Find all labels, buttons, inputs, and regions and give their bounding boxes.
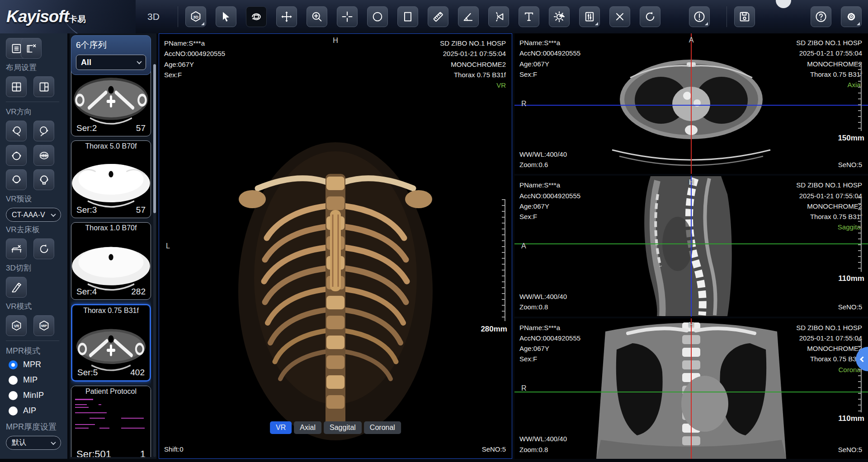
crosshair-coronal-line[interactable] — [514, 105, 868, 106]
vr-head-back-button[interactable] — [6, 169, 27, 190]
svg-text:3D: 3D — [193, 15, 198, 19]
patient-sex: Sex:F — [519, 354, 580, 364]
vr-mode-mip-button[interactable]: MIP — [33, 315, 54, 336]
logo-text: Kayisoft — [6, 7, 69, 26]
axial-viewport[interactable]: PName:S***a AccNO:0004920555 Age:067Y Se… — [514, 33, 868, 174]
avatar[interactable] — [776, 0, 791, 8]
window-info: WW/WL:400/40 Zoom:0.6 — [519, 149, 567, 170]
view-plane-label: Axial — [796, 79, 862, 90]
layout-split-button[interactable] — [33, 76, 54, 97]
vr-preset-select[interactable]: CT-AAA-V — [6, 208, 61, 222]
tool-window-level-button[interactable] — [579, 6, 600, 27]
hospital-name: SD ZIBO NO.1 HOSP — [440, 38, 506, 48]
crosshair-sagittal-line[interactable] — [691, 318, 692, 459]
study-info-overlay: SD ZIBO NO.1 HOSP 2025-01-21 07:55:04 MO… — [796, 37, 862, 90]
series-filter-select[interactable]: All — [76, 55, 146, 70]
tool-delete-button[interactable] — [609, 6, 630, 27]
tool-cobb-angle-button[interactable] — [488, 6, 509, 27]
tool-save-button[interactable] — [734, 6, 755, 27]
study-datetime: 2025-01-21 07:55:04 — [796, 191, 862, 201]
patient-accno: AccNO:0004920555 — [519, 191, 580, 201]
vr-viewport[interactable]: PName:S***a AccNO:0004920555 Age:067Y Se… — [159, 33, 512, 459]
crosshair-axial-line[interactable] — [514, 243, 868, 244]
orientation-top-label: H — [689, 321, 694, 329]
tool-angle-button[interactable] — [458, 6, 479, 27]
window-info: WW/WL:400/40 Zoom:0.8 — [519, 291, 567, 313]
bed-reset-button[interactable] — [33, 238, 54, 259]
tool-info-button[interactable] — [689, 6, 710, 27]
series-thumbnail[interactable]: Ser:2 57 — [71, 64, 151, 136]
gear-icon — [845, 10, 858, 23]
vr-head-right-button[interactable] — [33, 121, 54, 141]
radio-minip[interactable]: MinIP — [9, 391, 67, 400]
radio-mip[interactable]: MIP — [9, 375, 67, 385]
series-scrollbar-track[interactable] — [153, 64, 156, 457]
view-button-coronal[interactable]: Coronal — [364, 421, 401, 434]
tool-brightness-button[interactable] — [549, 6, 570, 27]
tool-help-button[interactable] — [811, 6, 831, 27]
layout-delete-button[interactable] — [21, 38, 42, 59]
zoom-label: Zoom:0.8 — [519, 444, 567, 455]
view-mode-buttons: VR Axial Saggital Coronal — [270, 421, 401, 434]
crosshair-axial-line[interactable] — [514, 392, 868, 392]
vr-mode-vr-button[interactable]: VR — [6, 315, 27, 336]
sidebar-divider — [6, 341, 59, 341]
rotate-3d-icon — [250, 10, 263, 23]
view-button-vr[interactable]: VR — [270, 421, 292, 434]
radio-mpr[interactable]: MPR — [9, 360, 67, 369]
remove-bed-button[interactable] — [6, 238, 27, 259]
series-thumbnail-selected[interactable]: Thorax 0.75 B31f Ser:5 402 — [71, 304, 151, 382]
tool-crosshair-button[interactable] — [337, 6, 358, 27]
crosshair-sagittal-line[interactable] — [691, 176, 692, 316]
grid-2x2-icon — [10, 81, 23, 93]
scalpel-button[interactable] — [6, 277, 27, 298]
tool-cursor-button[interactable] — [216, 6, 236, 27]
vr-head-left-button[interactable] — [6, 121, 27, 141]
view-button-saggital[interactable]: Saggital — [324, 421, 362, 434]
series-thumbnail[interactable]: Patient Protocol Ser:501 1 — [71, 386, 151, 457]
vr-head-front-button[interactable] — [33, 169, 54, 190]
tool-ellipse-button[interactable] — [367, 6, 388, 27]
series-scrollbar-thumb[interactable] — [153, 64, 156, 213]
tool-reset-button[interactable] — [640, 6, 660, 27]
patient-info-overlay: PName:S***a AccNO:0004920555 Age:067Y Se… — [519, 180, 580, 222]
tool-magnify-button[interactable] — [307, 6, 327, 27]
vr-direction-label: VR方向 — [6, 107, 67, 117]
series-number: Ser:3 — [76, 205, 97, 215]
tool-text-button[interactable] — [519, 6, 539, 27]
view-button-axial[interactable]: Axial — [294, 421, 321, 434]
tool-rotate-3d-button[interactable] — [246, 6, 267, 27]
head-left-icon — [10, 125, 23, 137]
vr-head-front-teeth-button[interactable] — [33, 145, 54, 166]
chevron-left-icon — [860, 356, 866, 362]
coronal-viewport[interactable]: PName:S***a AccNO:0004920555 Age:067Y Se… — [514, 318, 868, 459]
layout-grid-button[interactable] — [6, 76, 27, 97]
ruler-length-label: 110mm — [838, 274, 864, 283]
series-desc: Thorax 0.75 B31f — [440, 70, 506, 80]
series-number: Ser:501 — [76, 448, 111, 457]
study-info-overlay: SD ZIBO NO.1 HOSP 2025-01-21 07:55:04 MO… — [796, 180, 862, 232]
crosshair-sagittal-line[interactable] — [691, 33, 692, 174]
tool-ruler-button[interactable] — [428, 6, 448, 27]
series-thumbnail[interactable]: Thorax 5.0 B70f Ser:3 57 — [71, 140, 151, 218]
vr-bed-label: VR去床板 — [6, 224, 67, 235]
photometric: MONOCHROME2 — [796, 343, 862, 354]
vr-head-top-button[interactable] — [6, 145, 27, 166]
mpr-thickness-select[interactable]: 默认 — [6, 436, 61, 450]
patient-name: PName:S***a — [519, 322, 580, 333]
saggital-viewport[interactable]: PName:S***a AccNO:0004920555 Age:067Y Se… — [514, 176, 868, 316]
patient-name: PName:S***a — [519, 37, 580, 48]
study-datetime: 2025-01-21 07:55:04 — [440, 48, 506, 59]
series-thumbnail[interactable]: Thorax 1.0 B70f Ser:4 282 — [71, 222, 151, 300]
patient-age: Age:067Y — [519, 59, 580, 69]
radio-aip[interactable]: AIP — [9, 406, 67, 415]
series-title: Patient Protocol — [71, 387, 151, 396]
tool-3d-view-button[interactable]: 3D — [185, 6, 206, 27]
tool-pan-button[interactable] — [276, 6, 297, 27]
mpr-column: PName:S***a AccNO:0004920555 Age:067Y Se… — [514, 33, 868, 459]
study-datetime: 2025-01-21 07:55:04 — [796, 333, 862, 343]
vr-preset-value: CT-AAA-V — [12, 211, 45, 219]
tool-settings-button[interactable] — [841, 6, 862, 27]
tool-rectangle-button[interactable] — [397, 6, 418, 27]
ellipse-icon — [371, 10, 384, 23]
